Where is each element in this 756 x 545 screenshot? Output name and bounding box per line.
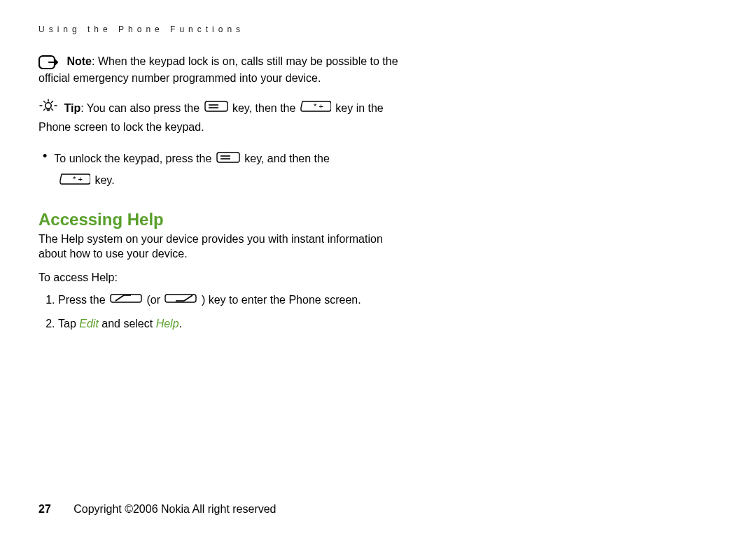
tip-block: Tip: You can also press the key, then th… xyxy=(38,99,402,137)
steps-list: Press the (or ) key to enter the Phone s… xyxy=(38,291,402,333)
bullet-dot: • xyxy=(43,149,47,164)
tip-mid: key, then the xyxy=(232,102,299,114)
lightbulb-icon xyxy=(38,99,58,120)
svg-rect-2 xyxy=(205,101,227,111)
bullet-mid: key, and then the xyxy=(244,153,330,164)
step-2: Tap Edit and select Help. xyxy=(58,315,402,333)
tip-label: Tip xyxy=(64,102,80,114)
note-label: Note xyxy=(66,55,92,67)
note-block: Note: When the keypad lock is on, calls … xyxy=(38,54,402,86)
svg-text:* +: * + xyxy=(73,175,83,183)
step2-end: . xyxy=(179,318,182,330)
section-heading: Accessing Help xyxy=(38,210,402,229)
page-number: 27 xyxy=(38,503,51,515)
softkey-left-icon xyxy=(110,291,142,309)
to-access-label: To access Help: xyxy=(38,271,402,284)
tip-pre: : You can also press the xyxy=(80,102,202,114)
copyright-text: Copyright ©2006 Nokia All right reserved xyxy=(74,503,276,515)
bullet-block: • To unlock the keypad, press the key, a… xyxy=(38,149,402,190)
star-key-icon: * + xyxy=(59,171,90,190)
menu-key-icon xyxy=(204,100,228,118)
manual-page: Using the Phone Functions Note: When the… xyxy=(0,0,441,333)
page-footer: 27 Copyright ©2006 Nokia All right reser… xyxy=(38,503,276,516)
step2-help: Help xyxy=(156,318,179,330)
step2-edit: Edit xyxy=(79,318,99,330)
running-header: Using the Phone Functions xyxy=(38,24,402,34)
bullet-pre: To unlock the keypad, press the xyxy=(54,153,214,164)
step-1: Press the (or ) key to enter the Phone s… xyxy=(58,291,402,310)
step1-pre: Press the xyxy=(58,294,108,306)
softkey-right-icon xyxy=(164,291,197,309)
bullet-tail: key. xyxy=(94,174,114,186)
note-arrow-icon xyxy=(38,54,59,71)
step2-pre: Tap xyxy=(58,318,79,330)
step1-post: ) key to enter the Phone screen. xyxy=(202,294,361,306)
menu-key-icon xyxy=(216,150,240,169)
step2-mid: and select xyxy=(99,318,156,330)
step1-or: (or xyxy=(146,294,163,306)
svg-text:* +: * + xyxy=(314,102,323,111)
note-text: : When the keypad lock is on, calls stil… xyxy=(38,55,398,84)
section-body: The Help system on your device provides … xyxy=(38,232,402,262)
svg-rect-6 xyxy=(217,153,239,162)
star-key-icon: * + xyxy=(300,100,331,118)
svg-point-1 xyxy=(46,102,51,108)
